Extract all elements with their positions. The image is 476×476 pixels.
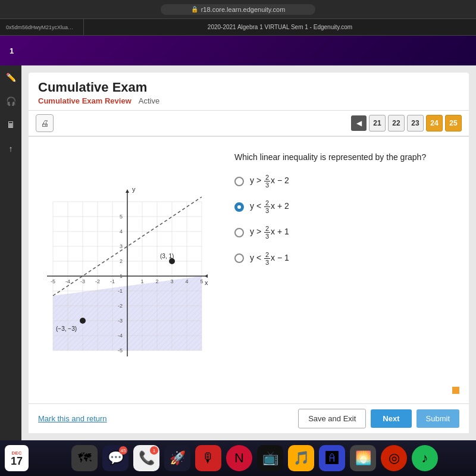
option-a[interactable]: y > 23x − 2 xyxy=(234,174,459,189)
svg-text:-2: -2 xyxy=(118,303,123,309)
left-sidebar: ✏️ 🎧 🖩 ↑ xyxy=(0,65,21,440)
sidebar-pencil-icon[interactable]: ✏️ xyxy=(4,70,18,84)
dock-appletv[interactable]: 📺 xyxy=(257,445,283,471)
hint-dot xyxy=(452,387,459,394)
mark-return-link[interactable]: Mark this and return xyxy=(38,414,107,423)
question-text: Which linear inequality is represented b… xyxy=(234,152,459,162)
bottom-bar: Mark this and return Save and Exit Next … xyxy=(29,403,469,433)
option-b-text: y < 23x + 2 xyxy=(250,199,289,214)
save-exit-button[interactable]: Save and Exit xyxy=(298,409,366,428)
svg-text:-5: -5 xyxy=(51,278,55,284)
coordinate-graph: x y -5 -4 -3 -2 -1 1 2 3 4 xyxy=(44,181,211,359)
mac-dock: DEC 17 🗺 💬 45 📞 1 🚀 🎙 N 📺 🎵 🅰 🌅 ◎ ♪ xyxy=(0,440,476,476)
svg-text:4: 4 xyxy=(185,278,188,284)
option-c-text: y > 23x + 1 xyxy=(250,225,289,240)
dock-podcasts[interactable]: 🎙 xyxy=(195,445,221,471)
radio-d[interactable] xyxy=(234,253,244,263)
dock-news[interactable]: N xyxy=(226,445,252,471)
print-button[interactable]: 🖨 xyxy=(36,114,54,132)
svg-text:-1: -1 xyxy=(118,288,123,294)
browser-chrome: 🔒 r18.core.learn.edgenuity.com xyxy=(0,0,476,19)
dock-music[interactable]: 🎵 xyxy=(288,445,314,471)
dock-maps[interactable]: 🗺 xyxy=(71,445,98,471)
svg-text:3: 3 xyxy=(170,278,173,284)
exam-subtitle: Cumulative Exam Review xyxy=(38,96,131,105)
dock-facetime[interactable]: 📞 1 xyxy=(133,445,159,471)
dock-badge: 45 xyxy=(119,446,127,455)
tab-bar: 0x5dm56dHwyM21ycXluaW5xdnJh 2020-2021 Al… xyxy=(0,19,476,36)
option-a-text: y > 23x − 2 xyxy=(250,174,289,189)
option-d-text: y < 23x − 1 xyxy=(250,251,289,266)
question-nav-bar: 🖨 ◀ 21 22 23 24 25 xyxy=(29,111,469,137)
active-badge: Active xyxy=(139,96,159,105)
content-area: Cumulative Exam Cumulative Exam Review A… xyxy=(21,65,476,440)
svg-text:1: 1 xyxy=(120,273,123,279)
x-axis-label: x xyxy=(205,279,208,286)
radio-a[interactable] xyxy=(234,177,244,186)
dock-messages[interactable]: 💬 45 xyxy=(102,445,129,471)
submit-button[interactable]: Submit xyxy=(416,409,459,428)
svg-text:4: 4 xyxy=(120,228,123,234)
svg-text:5: 5 xyxy=(120,214,123,220)
question-23-button[interactable]: 23 xyxy=(407,115,424,131)
tab-left-label: 0x5dm56dHwyM21ycXluaW5xdnJh xyxy=(6,24,77,30)
svg-text:2: 2 xyxy=(120,258,123,264)
lock-icon: 🔒 xyxy=(191,6,198,12)
question-21-button[interactable]: 21 xyxy=(369,115,386,131)
question-container: x y -5 -4 -3 -2 -1 1 2 3 4 xyxy=(29,137,469,403)
y-axis-label: y xyxy=(132,186,136,193)
svg-text:-3: -3 xyxy=(118,318,123,324)
x-axis-arrow xyxy=(205,274,208,278)
top-toolbar: 1 xyxy=(0,36,476,65)
dock-rocket[interactable]: 🚀 xyxy=(164,445,190,471)
sidebar-headphones-icon[interactable]: 🎧 xyxy=(4,94,18,108)
sidebar-calculator-icon[interactable]: 🖩 xyxy=(4,118,18,132)
question-25-button[interactable]: 25 xyxy=(445,115,462,131)
dock-facetime-badge: 1 xyxy=(150,446,158,455)
tab-left[interactable]: 0x5dm56dHwyM21ycXluaW5xdnJh xyxy=(0,19,84,35)
question-24-button[interactable]: 24 xyxy=(426,115,443,131)
point-neg3-neg3 xyxy=(80,318,86,324)
question-numbers: ◀ 21 22 23 24 25 xyxy=(351,115,462,131)
app-wrapper: 🔒 r18.core.learn.edgenuity.com 0x5dm56dH… xyxy=(0,0,476,476)
dock-calendar[interactable]: DEC 17 xyxy=(5,445,29,471)
y-tick-labels: 5 4 3 2 1 -1 -2 -3 -4 -5 xyxy=(118,214,123,353)
question-22-button[interactable]: 22 xyxy=(388,115,405,131)
prev-question-button[interactable]: ◀ xyxy=(351,115,367,131)
bottom-buttons: Save and Exit Next Submit xyxy=(298,409,459,428)
svg-text:-4: -4 xyxy=(118,333,123,339)
url-text: r18.core.learn.edgenuity.com xyxy=(201,6,286,13)
point-3-1-label: (3, 1) xyxy=(160,253,174,259)
graph-area: x y -5 -4 -3 -2 -1 1 2 3 4 xyxy=(38,146,217,394)
svg-text:5: 5 xyxy=(200,278,203,284)
exam-subtitle-row: Cumulative Exam Review Active xyxy=(38,96,459,105)
option-d[interactable]: y < 23x − 1 xyxy=(234,251,459,266)
radio-c[interactable] xyxy=(234,228,244,237)
breadcrumb: 1 xyxy=(10,46,14,55)
svg-text:-3: -3 xyxy=(80,278,85,284)
dock-spotify[interactable]: ♪ xyxy=(412,445,438,471)
next-button[interactable]: Next xyxy=(371,409,411,428)
main-content: ✏️ 🎧 🖩 ↑ Cumulative Exam Cumulative Exam… xyxy=(0,65,476,440)
answer-area: Which linear inequality is represented b… xyxy=(228,146,459,394)
option-c[interactable]: y > 23x + 1 xyxy=(234,225,459,240)
dock-appstore[interactable]: 🅰 xyxy=(319,445,345,471)
y-axis-arrow xyxy=(126,189,129,193)
svg-text:-1: -1 xyxy=(110,278,115,284)
svg-text:-4: -4 xyxy=(65,278,70,284)
radio-b[interactable] xyxy=(234,202,244,212)
dock-photos[interactable]: 🌅 xyxy=(350,445,376,471)
svg-text:-5: -5 xyxy=(118,347,123,353)
exam-title: Cumulative Exam xyxy=(38,80,459,95)
point-neg3-neg3-label: (−3, −3) xyxy=(56,325,77,332)
tab-title: 2020-2021 Algebra 1 VIRTUAL Sem 1 - Edge… xyxy=(84,19,476,35)
url-bar: 🔒 r18.core.learn.edgenuity.com xyxy=(161,4,315,15)
svg-text:2: 2 xyxy=(155,278,158,284)
page-header: Cumulative Exam Cumulative Exam Review A… xyxy=(29,73,469,111)
option-b[interactable]: y < 23x + 2 xyxy=(234,199,459,214)
svg-text:-2: -2 xyxy=(95,278,100,284)
svg-text:1: 1 xyxy=(140,278,143,284)
sidebar-arrow-icon[interactable]: ↑ xyxy=(4,142,18,156)
course-label: 1 xyxy=(10,46,14,55)
dock-chrome[interactable]: ◎ xyxy=(381,445,407,471)
